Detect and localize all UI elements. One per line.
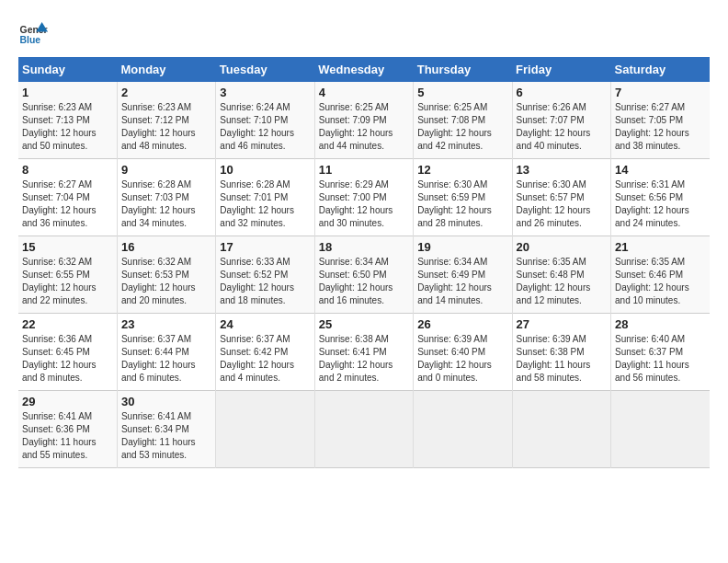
day-info: Sunrise: 6:41 AMSunset: 6:36 PMDaylight:… bbox=[22, 410, 113, 462]
day-number: 3 bbox=[220, 86, 310, 99]
day-number: 15 bbox=[22, 240, 113, 254]
day-info: Sunrise: 6:34 AMSunset: 6:49 PMDaylight:… bbox=[417, 256, 507, 307]
calendar-week-2: 8 Sunrise: 6:27 AMSunset: 7:04 PMDayligh… bbox=[18, 159, 710, 236]
day-number: 28 bbox=[615, 317, 706, 331]
day-info: Sunrise: 6:36 AMSunset: 6:45 PMDaylight:… bbox=[22, 333, 113, 385]
day-number: 16 bbox=[121, 240, 211, 254]
calendar-cell: 10 Sunrise: 6:28 AMSunset: 7:01 PMDaylig… bbox=[216, 159, 314, 236]
calendar-cell: 16 Sunrise: 6:32 AMSunset: 6:53 PMDaylig… bbox=[117, 236, 215, 314]
day-info: Sunrise: 6:33 AMSunset: 6:52 PMDaylight:… bbox=[220, 256, 310, 307]
calendar-week-5: 29 Sunrise: 6:41 AMSunset: 6:36 PMDaylig… bbox=[18, 391, 710, 468]
calendar-header-row: SundayMondayTuesdayWednesdayThursdayFrid… bbox=[18, 57, 710, 82]
calendar-cell bbox=[414, 391, 512, 468]
day-number: 24 bbox=[220, 317, 310, 331]
day-number: 21 bbox=[615, 240, 706, 254]
day-info: Sunrise: 6:25 AMSunset: 7:09 PMDaylight:… bbox=[319, 101, 409, 153]
day-info: Sunrise: 6:27 AMSunset: 7:04 PMDaylight:… bbox=[22, 178, 113, 230]
calendar-cell: 18 Sunrise: 6:34 AMSunset: 6:50 PMDaylig… bbox=[314, 236, 413, 314]
col-header-sunday: Sunday bbox=[18, 57, 117, 82]
day-number: 19 bbox=[417, 240, 507, 254]
day-info: Sunrise: 6:41 AMSunset: 6:34 PMDaylight:… bbox=[121, 410, 211, 462]
day-info: Sunrise: 6:24 AMSunset: 7:10 PMDaylight:… bbox=[220, 101, 310, 153]
day-info: Sunrise: 6:39 AMSunset: 6:40 PMDaylight:… bbox=[417, 333, 507, 385]
calendar-cell: 25 Sunrise: 6:38 AMSunset: 6:41 PMDaylig… bbox=[314, 314, 413, 391]
day-info: Sunrise: 6:40 AMSunset: 6:37 PMDaylight:… bbox=[615, 333, 706, 385]
day-number: 2 bbox=[121, 86, 211, 99]
calendar-cell: 27 Sunrise: 6:39 AMSunset: 6:38 PMDaylig… bbox=[512, 314, 610, 391]
day-number: 1 bbox=[22, 86, 113, 99]
day-number: 29 bbox=[22, 395, 113, 408]
col-header-thursday: Thursday bbox=[414, 57, 512, 82]
logo: General Blue bbox=[18, 18, 48, 48]
calendar-cell: 17 Sunrise: 6:33 AMSunset: 6:52 PMDaylig… bbox=[216, 236, 314, 314]
svg-text:Blue: Blue bbox=[20, 35, 41, 45]
day-number: 23 bbox=[121, 317, 211, 331]
day-info: Sunrise: 6:35 AMSunset: 6:46 PMDaylight:… bbox=[615, 256, 706, 307]
col-header-saturday: Saturday bbox=[611, 57, 710, 82]
day-info: Sunrise: 6:28 AMSunset: 7:03 PMDaylight:… bbox=[121, 178, 211, 230]
day-number: 20 bbox=[517, 240, 607, 254]
day-number: 9 bbox=[121, 163, 211, 177]
day-number: 14 bbox=[615, 163, 706, 177]
calendar-cell: 6 Sunrise: 6:26 AMSunset: 7:07 PMDayligh… bbox=[512, 82, 610, 159]
calendar-cell: 14 Sunrise: 6:31 AMSunset: 6:56 PMDaylig… bbox=[611, 159, 710, 236]
page-header: General Blue bbox=[18, 18, 710, 48]
day-info: Sunrise: 6:32 AMSunset: 6:53 PMDaylight:… bbox=[121, 256, 211, 307]
calendar-cell: 11 Sunrise: 6:29 AMSunset: 7:00 PMDaylig… bbox=[314, 159, 413, 236]
day-number: 26 bbox=[417, 317, 507, 331]
col-header-friday: Friday bbox=[512, 57, 610, 82]
calendar-cell: 28 Sunrise: 6:40 AMSunset: 6:37 PMDaylig… bbox=[611, 314, 710, 391]
day-info: Sunrise: 6:37 AMSunset: 6:44 PMDaylight:… bbox=[121, 333, 211, 385]
day-info: Sunrise: 6:38 AMSunset: 6:41 PMDaylight:… bbox=[319, 333, 409, 385]
day-number: 13 bbox=[517, 163, 607, 177]
day-number: 17 bbox=[220, 240, 310, 254]
day-info: Sunrise: 6:32 AMSunset: 6:55 PMDaylight:… bbox=[22, 256, 113, 307]
calendar-cell: 3 Sunrise: 6:24 AMSunset: 7:10 PMDayligh… bbox=[216, 82, 314, 159]
day-info: Sunrise: 6:25 AMSunset: 7:08 PMDaylight:… bbox=[417, 101, 507, 153]
calendar-cell: 2 Sunrise: 6:23 AMSunset: 7:12 PMDayligh… bbox=[117, 82, 215, 159]
calendar-week-1: 1 Sunrise: 6:23 AMSunset: 7:13 PMDayligh… bbox=[18, 82, 710, 159]
calendar-cell: 22 Sunrise: 6:36 AMSunset: 6:45 PMDaylig… bbox=[18, 314, 117, 391]
calendar-cell: 13 Sunrise: 6:30 AMSunset: 6:57 PMDaylig… bbox=[512, 159, 610, 236]
calendar-cell: 7 Sunrise: 6:27 AMSunset: 7:05 PMDayligh… bbox=[611, 82, 710, 159]
calendar-cell: 5 Sunrise: 6:25 AMSunset: 7:08 PMDayligh… bbox=[414, 82, 512, 159]
day-number: 27 bbox=[517, 317, 607, 331]
day-number: 8 bbox=[22, 163, 113, 177]
calendar-cell: 15 Sunrise: 6:32 AMSunset: 6:55 PMDaylig… bbox=[18, 236, 117, 314]
day-info: Sunrise: 6:34 AMSunset: 6:50 PMDaylight:… bbox=[319, 256, 409, 307]
calendar-cell: 29 Sunrise: 6:41 AMSunset: 6:36 PMDaylig… bbox=[18, 391, 117, 468]
calendar-cell bbox=[216, 391, 314, 468]
day-number: 11 bbox=[319, 163, 409, 177]
day-number: 18 bbox=[319, 240, 409, 254]
logo-icon: General Blue bbox=[18, 18, 48, 48]
calendar-cell: 12 Sunrise: 6:30 AMSunset: 6:59 PMDaylig… bbox=[414, 159, 512, 236]
day-info: Sunrise: 6:39 AMSunset: 6:38 PMDaylight:… bbox=[517, 333, 607, 385]
day-info: Sunrise: 6:29 AMSunset: 7:00 PMDaylight:… bbox=[319, 178, 409, 230]
day-info: Sunrise: 6:23 AMSunset: 7:12 PMDaylight:… bbox=[121, 101, 211, 153]
day-number: 12 bbox=[417, 163, 507, 177]
col-header-wednesday: Wednesday bbox=[314, 57, 413, 82]
calendar-cell: 30 Sunrise: 6:41 AMSunset: 6:34 PMDaylig… bbox=[117, 391, 215, 468]
day-info: Sunrise: 6:37 AMSunset: 6:42 PMDaylight:… bbox=[220, 333, 310, 385]
calendar-table: SundayMondayTuesdayWednesdayThursdayFrid… bbox=[18, 57, 710, 468]
calendar-cell: 4 Sunrise: 6:25 AMSunset: 7:09 PMDayligh… bbox=[314, 82, 413, 159]
day-info: Sunrise: 6:30 AMSunset: 6:59 PMDaylight:… bbox=[417, 178, 507, 230]
calendar-week-3: 15 Sunrise: 6:32 AMSunset: 6:55 PMDaylig… bbox=[18, 236, 710, 314]
calendar-cell: 1 Sunrise: 6:23 AMSunset: 7:13 PMDayligh… bbox=[18, 82, 117, 159]
day-info: Sunrise: 6:35 AMSunset: 6:48 PMDaylight:… bbox=[517, 256, 607, 307]
calendar-week-4: 22 Sunrise: 6:36 AMSunset: 6:45 PMDaylig… bbox=[18, 314, 710, 391]
calendar-cell: 24 Sunrise: 6:37 AMSunset: 6:42 PMDaylig… bbox=[216, 314, 314, 391]
calendar-cell: 9 Sunrise: 6:28 AMSunset: 7:03 PMDayligh… bbox=[117, 159, 215, 236]
day-info: Sunrise: 6:30 AMSunset: 6:57 PMDaylight:… bbox=[517, 178, 607, 230]
calendar-cell: 23 Sunrise: 6:37 AMSunset: 6:44 PMDaylig… bbox=[117, 314, 215, 391]
day-number: 5 bbox=[417, 86, 507, 99]
day-info: Sunrise: 6:28 AMSunset: 7:01 PMDaylight:… bbox=[220, 178, 310, 230]
day-info: Sunrise: 6:26 AMSunset: 7:07 PMDaylight:… bbox=[517, 101, 607, 153]
day-info: Sunrise: 6:31 AMSunset: 6:56 PMDaylight:… bbox=[615, 178, 706, 230]
day-number: 22 bbox=[22, 317, 113, 331]
day-number: 10 bbox=[220, 163, 310, 177]
calendar-cell: 19 Sunrise: 6:34 AMSunset: 6:49 PMDaylig… bbox=[414, 236, 512, 314]
calendar-cell: 8 Sunrise: 6:27 AMSunset: 7:04 PMDayligh… bbox=[18, 159, 117, 236]
calendar-cell bbox=[314, 391, 413, 468]
day-number: 7 bbox=[615, 86, 706, 99]
